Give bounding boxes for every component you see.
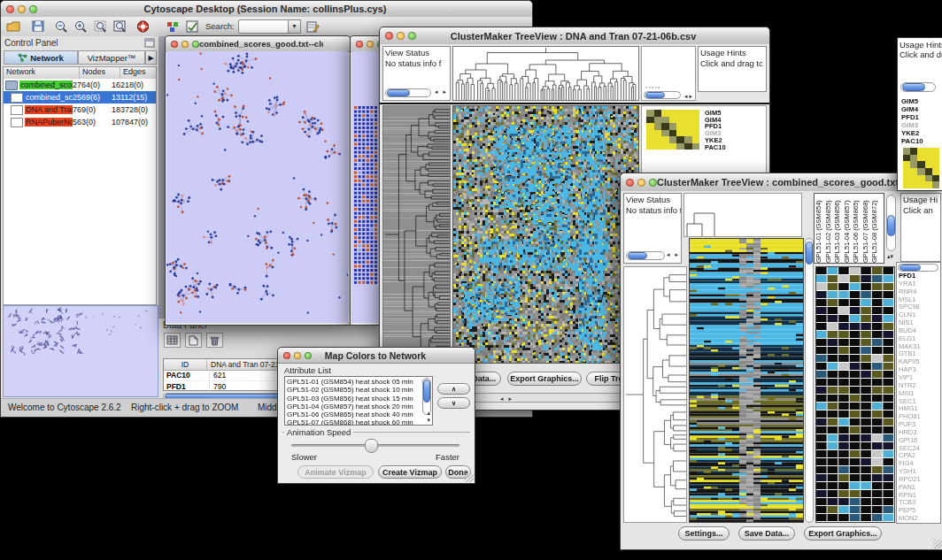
zoom-heatmap-a[interactable] <box>646 110 699 150</box>
scroll-arrows[interactable]: ◂▸ <box>684 93 694 100</box>
gene-label[interactable]: MON2 <box>899 515 921 523</box>
global-heatmap-b[interactable] <box>689 238 804 523</box>
minimize-button[interactable] <box>181 41 189 48</box>
move-down-button[interactable]: ∨ <box>437 397 470 409</box>
gene-label[interactable]: MAK31 <box>899 343 921 351</box>
gene-label[interactable]: YRA1 <box>899 280 921 288</box>
attribute-item[interactable]: GPL51-03 (GSM856) heat shock 15 min <box>287 395 421 403</box>
minimize-button[interactable] <box>397 32 405 40</box>
gene-label[interactable]: GIM5 <box>705 110 761 117</box>
gene-label[interactable]: PFD1 <box>901 114 923 122</box>
close-button[interactable] <box>6 5 14 13</box>
gene-label[interactable]: YSH1 <box>899 468 921 476</box>
column-label[interactable]: GPL51-04 (GSM857) <box>843 194 853 263</box>
speed-slider-thumb[interactable] <box>365 439 378 453</box>
gene-label[interactable]: HMG1 <box>899 405 921 413</box>
gene-label[interactable]: GIM5 <box>901 98 923 106</box>
tab-vizmapper[interactable]: VizMapper™ <box>78 50 145 65</box>
close-button[interactable] <box>171 41 178 48</box>
network-view-2-titlebar[interactable] <box>351 36 381 52</box>
network-view-canvas[interactable] <box>166 51 348 323</box>
gene-label[interactable]: PAC10 <box>901 138 923 146</box>
zoom-button[interactable] <box>408 32 416 40</box>
gene-label[interactable]: SEC24 <box>899 445 921 453</box>
zoom-button[interactable] <box>192 41 199 48</box>
gene-label[interactable]: PFD1 <box>899 272 921 280</box>
data-col-id[interactable]: ID <box>164 359 207 370</box>
status-hscrollbar-a[interactable] <box>385 88 431 97</box>
col-header-network[interactable]: Network <box>4 67 80 79</box>
gene-label[interactable]: NTR2 <box>899 382 921 390</box>
resize-grip[interactable] <box>464 472 474 482</box>
column-dendrogram-a[interactable] <box>452 46 639 101</box>
col-header-nodes[interactable]: Nodes <box>80 67 120 79</box>
labels-hscrollbar-b[interactable] <box>898 264 938 272</box>
attribute-editor-icon[interactable] <box>305 19 320 33</box>
minimize-button[interactable] <box>637 179 645 187</box>
gene-label[interactable]: GIM4 <box>901 106 923 114</box>
gene-label[interactable]: HAP3 <box>899 366 921 374</box>
zoom-heatmap-c[interactable] <box>903 148 939 188</box>
network-list-item[interactable]: DNA and Tran 07769(0)183728(0) <box>4 104 156 116</box>
gene-label[interactable]: PAC10 <box>705 144 761 151</box>
heatmap-vscrollbar-b[interactable] <box>805 238 814 523</box>
export-graphics-button[interactable]: Export Graphics... <box>804 526 882 541</box>
network-overview-canvas[interactable] <box>4 306 156 395</box>
scroll-arrows[interactable]: ◂ ▸ <box>667 249 680 259</box>
gene-label[interactable]: GPI16 <box>899 437 921 445</box>
column-dendrogram-b[interactable] <box>683 193 802 237</box>
gene-label[interactable]: PFD1 <box>705 123 761 130</box>
gene-dendrogram-b[interactable] <box>623 266 687 523</box>
gene-label[interactable]: ELG1 <box>899 335 921 343</box>
scroll-arrows[interactable]: ▴▾ <box>427 410 430 424</box>
zoom-out-icon[interactable] <box>54 19 69 33</box>
gene-label[interactable]: YKE2 <box>705 137 761 144</box>
gene-label[interactable]: BUD4 <box>899 327 921 335</box>
gene-label[interactable]: GTB1 <box>899 350 921 358</box>
gene-label[interactable]: RPO21 <box>899 476 921 484</box>
gene-label[interactable]: PEP5 <box>899 507 921 515</box>
sliver-hscrollbar[interactable] <box>900 82 936 92</box>
minimize-button[interactable] <box>18 5 26 13</box>
minimize-button[interactable] <box>367 41 374 48</box>
gene-label[interactable]: NIS1 <box>899 319 921 327</box>
gene-label[interactable]: FIG4 <box>899 460 921 468</box>
gene-label[interactable]: HRD3 <box>899 429 921 437</box>
attribute-item[interactable]: GPL51-06 (GSM865) heat shock 40 min <box>287 410 421 418</box>
treeview-combined-titlebar[interactable]: ClusterMaker TreeView : combined_scores_… <box>621 173 942 192</box>
gene-label[interactable]: KAP95 <box>899 358 921 366</box>
resize-grip[interactable] <box>932 539 942 548</box>
column-label[interactable]: GPL51-03 (GSM856) <box>833 194 843 263</box>
network-overview-panel[interactable] <box>3 305 158 397</box>
status-hscrollbar-b[interactable] <box>626 251 665 260</box>
zoom-button[interactable] <box>649 179 657 187</box>
network-list-item[interactable]: combined_sco2569(6)13112(15) <box>4 91 156 104</box>
gene-dendrogram-a[interactable] <box>382 105 451 364</box>
labels-vscrollbar-b[interactable] <box>886 195 896 251</box>
settings-button[interactable]: Settings... <box>678 526 730 541</box>
zoom-selected-icon[interactable] <box>93 19 108 33</box>
network-view-titlebar[interactable]: combined_scores_good.txt--cluste... <box>166 36 350 52</box>
animate-vizmap-button[interactable]: Animate Vizmap <box>297 465 374 479</box>
table-grid-icon[interactable] <box>164 333 181 348</box>
gene-label[interactable]: GIM4 <box>705 117 761 124</box>
save-icon[interactable] <box>30 19 45 33</box>
global-heatmap-a[interactable] <box>452 105 639 364</box>
gene-label[interactable]: PUF3 <box>899 421 921 429</box>
network-list-item[interactable]: RNAPuberNov2+I563(0)107847(0) <box>4 116 156 128</box>
float-panel-icon[interactable] <box>142 36 157 50</box>
zoom-in-icon[interactable] <box>73 19 89 33</box>
scroll-arrows[interactable]: ◂ ▸ <box>500 395 513 403</box>
gene-label[interactable]: CLN1 <box>899 311 921 319</box>
gene-label[interactable]: MSL1 <box>899 296 921 304</box>
move-up-button[interactable]: ∧ <box>437 383 470 395</box>
search-input[interactable] <box>238 19 289 34</box>
column-label[interactable]: GPL51-08 (GSM872) <box>870 194 880 263</box>
annotation-icon[interactable] <box>166 19 181 33</box>
attribute-item[interactable]: GPL51-02 (GSM855) heat shock 10 min <box>287 386 421 394</box>
open-file-icon[interactable] <box>5 19 20 33</box>
window-controls[interactable] <box>6 5 37 13</box>
close-button[interactable] <box>283 352 290 359</box>
trash-icon[interactable] <box>206 333 223 348</box>
attribute-item[interactable]: GPL51-01 (GSM854) heat shock 05 min <box>287 378 421 386</box>
